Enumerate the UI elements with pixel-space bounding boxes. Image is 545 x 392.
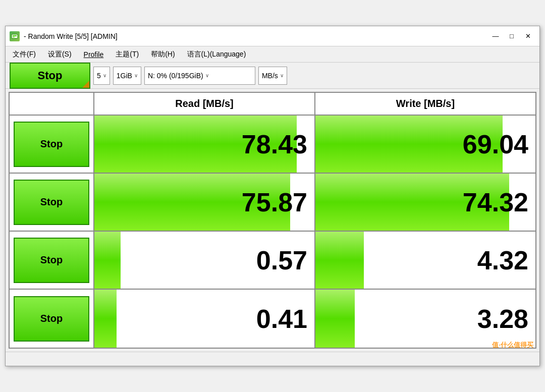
svg-rect-2 bbox=[13, 37, 15, 37]
app-icon bbox=[10, 31, 20, 41]
close-button[interactable]: ✕ bbox=[520, 30, 535, 43]
window-title: - Random Write [5/5] [ADMIN] bbox=[24, 32, 118, 40]
data-rows: Stop 78.43 69.04 Stop 75.87 74.32 Stop 0… bbox=[10, 116, 535, 348]
menu-bar: 文件(F) 设置(S) Profile 主题(T) 帮助(H) 语言(L)(La… bbox=[6, 46, 539, 63]
write-cell-2: 4.32 bbox=[315, 232, 535, 289]
write-cell-3: 3.28 bbox=[315, 290, 535, 348]
table-row: Stop 78.43 69.04 bbox=[10, 116, 535, 174]
stop-cell-3: Stop bbox=[10, 290, 94, 348]
queue-dropdown[interactable]: 5 ∨ bbox=[93, 67, 110, 85]
drive-value: N: 0% (0/195GiB) bbox=[148, 72, 203, 80]
stop-button-2[interactable]: Stop bbox=[14, 238, 89, 283]
write-value-1: 74.32 bbox=[317, 187, 533, 217]
write-header: Write [MB/s] bbox=[315, 93, 535, 115]
write-cell-1: 74.32 bbox=[315, 174, 535, 231]
drive-dropdown[interactable]: N: 0% (0/195GiB) ∨ bbox=[144, 67, 255, 85]
write-cell-0: 69.04 bbox=[315, 116, 535, 173]
minimize-button[interactable]: — bbox=[488, 30, 503, 43]
stop-button-1[interactable]: Stop bbox=[14, 180, 89, 225]
menu-help[interactable]: 帮助(H) bbox=[146, 48, 180, 61]
drive-arrow: ∨ bbox=[205, 73, 209, 78]
menu-settings[interactable]: 设置(S) bbox=[43, 48, 77, 61]
size-dropdown[interactable]: 1GiB ∨ bbox=[113, 67, 141, 85]
title-bar: - Random Write [5/5] [ADMIN] — □ ✕ bbox=[6, 26, 539, 46]
stop-cell-1: Stop bbox=[10, 174, 94, 231]
menu-file[interactable]: 文件(F) bbox=[8, 48, 41, 61]
stop-cell-0: Stop bbox=[10, 116, 94, 173]
results-table: Read [MB/s] Write [MB/s] Stop 78.43 69.0… bbox=[9, 92, 536, 349]
read-value-1: 75.87 bbox=[96, 187, 312, 217]
stop-button-0[interactable]: Stop bbox=[14, 122, 89, 167]
read-cell-1: 75.87 bbox=[94, 174, 315, 231]
write-value-2: 4.32 bbox=[317, 245, 533, 275]
table-row: Stop 0.57 4.32 bbox=[10, 232, 535, 290]
table-row: Stop 75.87 74.32 bbox=[10, 174, 535, 232]
toolbar: Stop 5 ∨ 1GiB ∨ N: 0% (0/195GiB) ∨ MB/s … bbox=[6, 63, 539, 89]
watermark: 值·什么值得买 bbox=[492, 341, 533, 350]
menu-language[interactable]: 语言(L)(Language) bbox=[182, 48, 251, 61]
read-value-3: 0.41 bbox=[96, 304, 312, 334]
read-cell-2: 0.57 bbox=[94, 232, 315, 289]
table-header: Read [MB/s] Write [MB/s] bbox=[10, 93, 535, 116]
menu-profile[interactable]: Profile bbox=[79, 48, 109, 61]
window-controls: — □ ✕ bbox=[488, 30, 535, 43]
status-bar bbox=[6, 352, 539, 366]
stop-cell-2: Stop bbox=[10, 232, 94, 289]
stop-button-3[interactable]: Stop bbox=[14, 296, 89, 342]
read-header: Read [MB/s] bbox=[94, 93, 315, 115]
unit-arrow: ∨ bbox=[280, 73, 284, 78]
write-value-0: 69.04 bbox=[317, 129, 533, 159]
unit-value: MB/s bbox=[262, 72, 278, 80]
read-value-2: 0.57 bbox=[96, 245, 312, 275]
queue-arrow: ∨ bbox=[103, 73, 106, 78]
write-value-3: 3.28 bbox=[317, 304, 533, 334]
menu-theme[interactable]: 主题(T) bbox=[111, 48, 144, 61]
main-stop-button[interactable]: Stop bbox=[10, 63, 90, 89]
size-arrow: ∨ bbox=[134, 73, 138, 78]
read-cell-0: 78.43 bbox=[94, 116, 315, 173]
queue-value: 5 bbox=[97, 72, 101, 80]
read-cell-3: 0.41 bbox=[94, 290, 315, 348]
unit-dropdown[interactable]: MB/s ∨ bbox=[258, 67, 287, 85]
size-value: 1GiB bbox=[117, 72, 132, 80]
table-row: Stop 0.41 3.28 bbox=[10, 290, 535, 348]
read-value-0: 78.43 bbox=[96, 129, 312, 159]
svg-rect-1 bbox=[13, 35, 17, 36]
maximize-button[interactable]: □ bbox=[504, 30, 519, 43]
